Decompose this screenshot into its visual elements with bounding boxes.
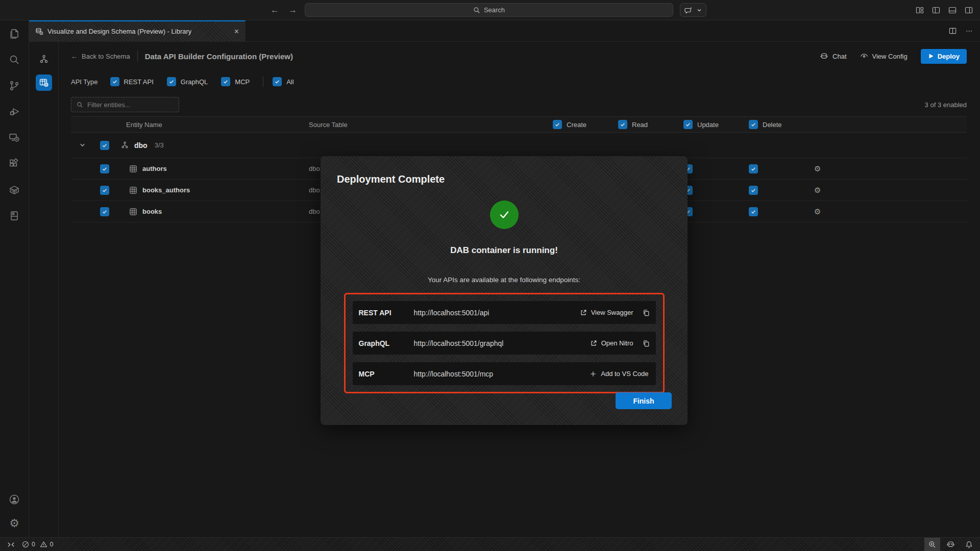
- deploy-button[interactable]: Deploy: [921, 49, 967, 64]
- read-all-checkbox[interactable]: [618, 120, 627, 129]
- graphql-checkbox[interactable]: [167, 77, 176, 86]
- rest-api-label: REST API: [124, 78, 154, 86]
- filter-entities-input[interactable]: [71, 97, 179, 112]
- table-grid-icon: [129, 186, 137, 194]
- editor-tab-bar: Visualize and Design Schema (Preview) - …: [29, 20, 980, 42]
- enabled-summary: 3 of 3 enabled: [925, 101, 967, 109]
- tab-visualize-design-schema[interactable]: Visualize and Design Schema (Preview) - …: [29, 20, 246, 41]
- group-count: 3/3: [155, 141, 164, 149]
- activity-bar: ⚙: [0, 20, 29, 537]
- books-authors-delete-checkbox[interactable]: [749, 186, 758, 195]
- read-header: Read: [611, 120, 676, 129]
- mcp-checkbox[interactable]: [221, 77, 230, 86]
- extensions-icon[interactable]: [8, 158, 20, 170]
- endpoint-url: http://localhost:5001/mcp: [414, 370, 590, 378]
- problems-indicator[interactable]: 0 0: [22, 541, 53, 548]
- external-link-icon: [590, 340, 597, 347]
- success-check-icon: [490, 201, 519, 229]
- chat-label: Chat: [832, 53, 846, 60]
- copy-icon[interactable]: [643, 340, 650, 347]
- warnings-icon: [40, 541, 47, 548]
- run-debug-icon[interactable]: [8, 106, 20, 118]
- copilot-menu-button[interactable]: [680, 3, 706, 17]
- customize-layout-icon[interactable]: [916, 6, 924, 14]
- create-all-checkbox[interactable]: [553, 120, 562, 129]
- copilot-chat-icon: [684, 6, 693, 14]
- settings-gear-icon[interactable]: ⚙: [9, 517, 19, 530]
- split-editor-icon[interactable]: [949, 27, 957, 35]
- view-config-button[interactable]: View Config: [860, 52, 908, 60]
- remote-indicator-icon[interactable]: [7, 541, 15, 548]
- deploy-label: Deploy: [938, 53, 960, 60]
- remote-explorer-icon[interactable]: [8, 132, 20, 144]
- update-all-checkbox[interactable]: [683, 120, 693, 129]
- endpoint-label: REST API: [359, 309, 414, 317]
- copy-icon[interactable]: [643, 309, 650, 316]
- back-to-schema-link[interactable]: ← Back to Schema: [71, 53, 130, 60]
- search-view-icon[interactable]: [8, 54, 20, 66]
- back-to-schema-label: Back to Schema: [82, 53, 130, 60]
- copilot-status-icon[interactable]: [942, 538, 959, 551]
- toggle-secondary-sidebar-icon[interactable]: [965, 6, 973, 14]
- global-search-input[interactable]: Search: [305, 3, 673, 17]
- back-arrow-icon[interactable]: ←: [271, 6, 279, 14]
- endpoint-url: http://localhost:5001/graphql: [414, 339, 590, 347]
- authors-delete-checkbox[interactable]: [749, 164, 758, 173]
- authors-settings-gear-icon[interactable]: ⚙: [814, 164, 821, 173]
- filter-entities-field[interactable]: [87, 101, 174, 109]
- delete-header: Delete: [742, 120, 807, 129]
- endpoints-panel: REST API http://localhost:5001/api View …: [344, 293, 665, 393]
- table-grid-icon: [129, 165, 137, 173]
- containers-icon[interactable]: [8, 184, 20, 196]
- more-actions-icon[interactable]: ⋯: [966, 27, 973, 35]
- checkbox-mcp[interactable]: MCP: [221, 77, 250, 86]
- toggle-panel-icon[interactable]: [948, 6, 957, 14]
- mcp-label: MCP: [235, 78, 250, 86]
- toggle-primary-sidebar-icon[interactable]: [932, 6, 940, 14]
- header-divider: [137, 51, 138, 62]
- database-projects-icon[interactable]: [8, 210, 20, 222]
- checkbox-rest-api[interactable]: REST API: [110, 77, 154, 86]
- books-authors-settings-gear-icon[interactable]: ⚙: [814, 186, 821, 195]
- books-settings-gear-icon[interactable]: ⚙: [814, 207, 821, 216]
- checkbox-all[interactable]: All: [273, 77, 293, 86]
- table-grid-icon: [129, 208, 137, 216]
- dbo-group-checkbox[interactable]: [100, 141, 109, 150]
- rest-api-checkbox[interactable]: [110, 77, 119, 86]
- books-authors-checkbox[interactable]: [100, 186, 109, 195]
- chat-button[interactable]: Chat: [820, 52, 846, 61]
- search-placeholder: Search: [484, 6, 505, 14]
- schema-group-row[interactable]: dbo 3/3: [71, 133, 967, 158]
- books-checkbox[interactable]: [100, 207, 109, 216]
- account-icon[interactable]: [8, 493, 20, 506]
- view-swagger-link[interactable]: View Swagger: [580, 309, 633, 316]
- collapse-chevron-icon[interactable]: [71, 142, 93, 148]
- source-control-icon[interactable]: [8, 80, 20, 92]
- finish-button[interactable]: Finish: [616, 392, 672, 409]
- view-config-label: View Config: [872, 53, 908, 60]
- page-title: Data API Builder Configuration (Preview): [145, 52, 293, 61]
- notifications-bell-icon[interactable]: [961, 538, 977, 551]
- all-checkbox[interactable]: [273, 77, 282, 86]
- schema-icon: [120, 141, 129, 149]
- authors-checkbox[interactable]: [100, 164, 109, 173]
- all-label: All: [286, 78, 293, 86]
- tab-close-icon[interactable]: ×: [234, 27, 239, 36]
- external-link-icon: [580, 309, 587, 316]
- warning-count: 0: [50, 541, 54, 548]
- copilot-icon: [820, 52, 828, 61]
- books-delete-checkbox[interactable]: [749, 207, 758, 216]
- api-config-view-icon[interactable]: [36, 74, 52, 91]
- open-nitro-link[interactable]: Open Nitro: [590, 339, 633, 347]
- entity-name: books: [142, 208, 162, 215]
- create-header: Create: [546, 120, 611, 129]
- add-to-vscode-link[interactable]: Add to VS Code: [590, 370, 648, 378]
- schema-diagram-view-icon[interactable]: [36, 51, 52, 67]
- zoom-indicator-icon[interactable]: [924, 538, 940, 551]
- checkbox-graphql[interactable]: GraphQL: [167, 77, 208, 86]
- update-header: Update: [676, 120, 742, 129]
- explorer-icon[interactable]: [8, 28, 20, 40]
- forward-arrow-icon[interactable]: →: [288, 6, 297, 14]
- schema-designer-rail: [29, 42, 59, 537]
- delete-all-checkbox[interactable]: [749, 120, 758, 129]
